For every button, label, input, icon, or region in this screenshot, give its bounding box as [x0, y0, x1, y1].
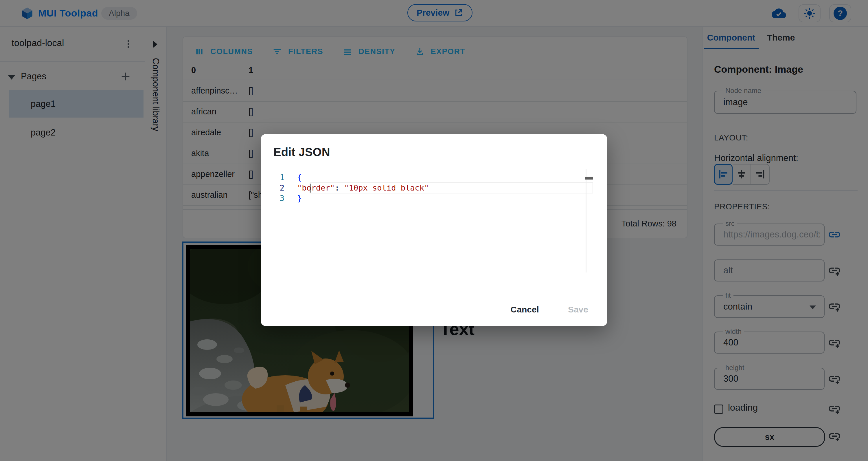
json-code-editor[interactable]: 1{2 "border": "10px solid black"3}: [279, 172, 593, 204]
code-line[interactable]: 3}: [279, 193, 593, 204]
code-line[interactable]: 1{: [279, 172, 593, 183]
editor-cursor: [310, 183, 311, 193]
toolpad-editor: MUI Toolpad Alpha Preview: [0, 0, 868, 461]
line-number: 2: [279, 183, 297, 193]
save-button[interactable]: Save: [563, 300, 593, 319]
code-text: }: [297, 193, 302, 204]
code-line[interactable]: 2 "border": "10px solid black": [279, 183, 593, 193]
dialog-title: Edit JSON: [273, 146, 330, 159]
line-number: 1: [279, 172, 297, 183]
cancel-button[interactable]: Cancel: [505, 300, 544, 319]
code-text: "border": "10px solid black": [297, 183, 429, 193]
code-text: {: [297, 172, 302, 183]
dialog-actions: Cancel Save: [505, 300, 593, 319]
line-number: 3: [279, 193, 297, 204]
edit-json-dialog: Edit JSON 1{2 "border": "10px solid blac…: [261, 134, 607, 326]
